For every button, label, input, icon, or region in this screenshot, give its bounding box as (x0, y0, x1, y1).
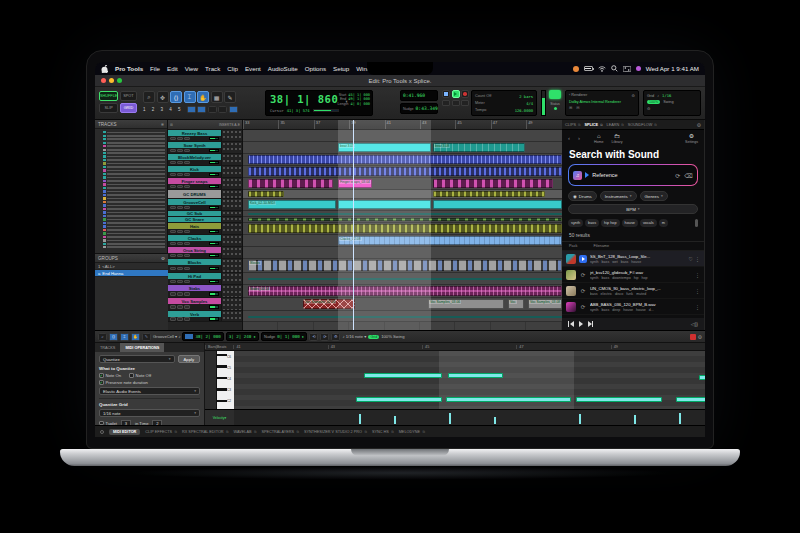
zoom-tool-icon[interactable]: ⌕ (143, 91, 155, 103)
tag-house[interactable]: house (622, 219, 638, 227)
loop-button[interactable] (442, 100, 450, 106)
midi-note[interactable] (446, 397, 571, 402)
filter-instruments[interactable]: Instruments▾ (600, 191, 637, 201)
midi-select-icon[interactable]: ⌶ (120, 333, 129, 341)
search-icon[interactable] (611, 65, 618, 72)
transport-field-1[interactable]: 0:41.960 (400, 90, 438, 101)
track-header-blockmelody[interactable]: BlockMelody.ver (168, 154, 242, 166)
menu-app-name[interactable]: Pro Tools (115, 65, 143, 72)
like-icon[interactable]: ♡ (689, 256, 693, 262)
edit-canvas[interactable]: 333537 394143 454749 beat 3.05 beat 3.08 (243, 120, 562, 330)
filter-drums[interactable]: ◉Drums (568, 191, 597, 201)
menu-audiosuite[interactable]: AudioSuite (268, 65, 298, 72)
menu-event[interactable]: Event (245, 65, 261, 72)
tab-clips[interactable]: CLIPS (565, 123, 580, 127)
pack-art[interactable] (566, 286, 576, 296)
forward-icon[interactable]: › (578, 135, 580, 141)
groups-gear-icon[interactable]: ⚙ (161, 256, 165, 261)
record-button[interactable] (461, 90, 469, 98)
more-icon[interactable]: ⋮ (695, 272, 700, 278)
tab-sync-hs[interactable]: SYNC HS (372, 430, 394, 434)
filter-bpm[interactable]: BPM▾ (568, 204, 698, 214)
track-header-verb[interactable]: Verb (168, 311, 242, 322)
zoom-preset-a[interactable] (187, 106, 196, 113)
midi-nudge-field[interactable]: Nudge0| 1| 000 ▸ (261, 332, 307, 341)
stop-button[interactable] (442, 90, 450, 98)
grid-nudge-section[interactable]: Grid♪1/16 100%Swing ⚙ (643, 90, 701, 116)
tab-soundflow[interactable]: SOUNDFLOW (628, 123, 657, 127)
tab-rx-spectral-editor[interactable]: RX SPECTRAL EDITOR (182, 430, 229, 434)
renderer-section[interactable]: ‹ Renderer⚙ Dolby Atmos Internal Rendere… (565, 90, 639, 116)
audio-clip[interactable]: Voc (508, 299, 524, 309)
reference-play-icon[interactable] (585, 172, 589, 178)
nav-settings[interactable]: ⚙Settings (685, 133, 698, 144)
pack-art[interactable] (566, 302, 576, 312)
filter-genres[interactable]: Genres▾ (640, 191, 668, 201)
midi-clip[interactable] (433, 200, 562, 209)
audio-clip[interactable] (433, 179, 553, 188)
timeline-selection[interactable] (338, 120, 431, 330)
tag-scrollbar[interactable] (695, 219, 698, 227)
wifi-icon[interactable] (598, 66, 606, 72)
midi-grid-pill[interactable]: Grid (368, 335, 379, 339)
track-header-hats[interactable]: Hats (168, 223, 242, 235)
loop-icon[interactable]: ⟳ (579, 304, 587, 310)
session-section[interactable]: Count Off2 bars Meter4/4 Tempo126.0000 (471, 90, 537, 116)
midi-note[interactable] (448, 373, 503, 378)
preserve-duration-checkbox[interactable]: ✓ (99, 380, 104, 385)
audio-clip[interactable]: Voc Samples_03.06 (428, 299, 504, 309)
record-status-icon[interactable] (573, 66, 579, 72)
renderer-value[interactable]: Dolby Atmos Internal Renderer (569, 100, 635, 104)
track-header-gc-drums[interactable]: GC DRUMS (168, 190, 242, 199)
midi-clip[interactable]: Kick_02-10-MIDI (248, 200, 336, 209)
piano-roll[interactable]: Bars|Beats 4143 4547 49 C6 C5 C4 C3 C2 (205, 343, 705, 425)
track-header-clacks[interactable]: Clacks (168, 235, 242, 247)
tag-bass[interactable]: bass (585, 219, 599, 227)
nav-library[interactable]: 🗀Library (612, 133, 623, 144)
midi-counter[interactable]: 38| 2| 000 (182, 332, 223, 341)
midi-zoom-icon[interactable]: ⌕ (98, 333, 107, 341)
ops-tab-tracks[interactable]: TRACKS (95, 343, 120, 352)
track-header-finger-snaps[interactable]: Finger snaps (168, 178, 242, 190)
midi-note[interactable] (364, 373, 442, 378)
return-button[interactable] (452, 100, 460, 106)
volume-icon[interactable]: ◁)) (691, 321, 698, 327)
panel-gear-icon[interactable]: ⚙ (697, 122, 701, 128)
midi-undo-icon[interactable]: ⟲ (309, 333, 318, 341)
menu-clock[interactable]: Wed Apr 1 9:41 AM (646, 65, 699, 72)
more-icon[interactable]: ⋮ (695, 288, 700, 294)
audio-clip[interactable]: Voc Samples_03.08 (528, 299, 562, 309)
tag-synth[interactable]: synth (568, 219, 583, 227)
more-icon[interactable]: ⋮ (695, 256, 700, 262)
menu-edit[interactable]: Edit (167, 65, 178, 72)
mode-grid-button[interactable]: GRID (120, 103, 137, 113)
tab-clip-effects[interactable]: CLIP EFFECTS (145, 430, 177, 434)
mode-shuffle-button[interactable]: SHUFFLE (99, 91, 118, 101)
grid-value-select[interactable]: 1/16 note▾ (99, 409, 200, 417)
playhead[interactable] (353, 120, 354, 330)
grid-gear-icon[interactable]: ⚙ (647, 106, 650, 111)
tag-vocals[interactable]: vocals (640, 219, 657, 227)
note-grid[interactable] (234, 351, 705, 409)
track-header-kick[interactable]: Kick (168, 166, 242, 178)
track-header-soar-synth[interactable]: Soar Synth (168, 142, 242, 154)
group-row-all[interactable]: 1<ALL> (95, 263, 168, 270)
tracks-mini-list[interactable] (95, 129, 167, 249)
pack-art[interactable] (566, 254, 576, 264)
next-icon[interactable] (588, 321, 594, 327)
group-row-end-hanna[interactable]: aEnd Hanna (95, 270, 168, 277)
operation-select[interactable]: Quantize▾ (99, 355, 175, 363)
tab-spectralayers[interactable]: SPECTRALAYERS (261, 430, 299, 434)
menu-setup[interactable]: Setup (333, 65, 349, 72)
more-icon[interactable]: ⋮ (695, 304, 700, 310)
track-header-reezey-bass[interactable]: Reezey Bass (168, 130, 242, 142)
tab-learn[interactable]: LEARN (607, 123, 624, 127)
midi-grab-icon[interactable]: ✋ (131, 333, 140, 341)
velocity-selector[interactable]: Velocity ▾ (205, 409, 234, 425)
tab-midi-editor[interactable]: MIDI EDITOR (109, 429, 140, 435)
scrub-tool-icon[interactable]: ✥ (157, 91, 169, 103)
mode-spot-button[interactable]: SPOT (120, 91, 137, 101)
pack-art[interactable] (566, 270, 576, 280)
tab-melodyne[interactable]: MELODYNE (399, 430, 425, 434)
midi-note[interactable] (576, 397, 662, 402)
